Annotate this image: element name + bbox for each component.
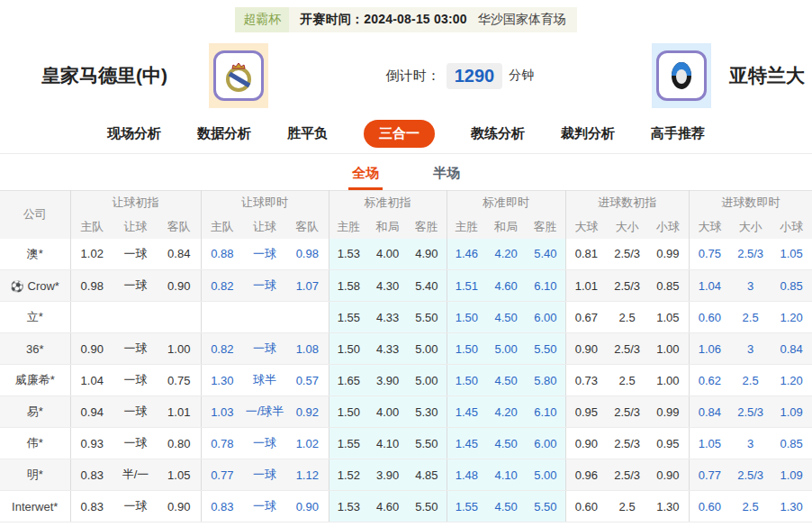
odds-cell: 1.01 [158,396,201,428]
odds-cell: 0.90 [70,333,113,365]
odds-cell: 1.45 [447,396,486,428]
odds-cell: 0.99 [647,396,689,428]
subtab-半场[interactable]: 半场 [429,158,464,190]
odds-cell: 1.00 [647,333,689,365]
odds-cell: 4.00 [368,239,407,270]
company-cell[interactable]: 立* [0,302,70,333]
odds-cell: 一球 [243,491,286,522]
odds-cell: 1.46 [447,239,486,270]
odds-cell: 4.50 [486,302,526,333]
odds-cell: 1.52 [329,459,368,491]
odds-cell: 一球 [113,270,158,302]
odds-cell: 1.04 [689,270,730,302]
odds-cell: 1.53 [329,239,368,270]
column-header: 主胜 [447,215,486,239]
table-row: 明*0.83半/一1.050.77一球1.121.523.904.851.484… [0,459,812,491]
odds-cell: 1.65 [329,365,368,396]
odds-cell: 0.90 [158,270,201,302]
odds-cell: 0.93 [70,428,113,459]
odds-cell: 一球 [113,365,158,396]
table-row: ⚽Crow*0.98一球0.900.82一球1.071.584.305.401.… [0,270,812,302]
subtab-全场[interactable]: 全场 [348,158,383,190]
odds-cell: 1.20 [771,365,812,396]
tab-胜平负[interactable]: 胜平负 [287,125,328,142]
odds-cell: 1.50 [447,365,486,396]
column-header: 大球 [689,215,730,239]
odds-cell: 0.75 [689,239,730,270]
odds-cell: 1.05 [771,239,812,270]
odds-cell: 0.77 [689,459,730,491]
company-cell[interactable]: ⚽Crow* [0,270,70,302]
group-header: 进球数即时 [689,191,812,215]
column-header: 让球 [243,215,286,239]
group-header: 标准初指 [329,191,447,215]
odds-cell: 2.5 [607,302,647,333]
table-row: 易*0.94一球1.011.03一/球半0.921.504.005.301.45… [0,396,812,428]
odds-cell: 一球 [243,459,286,491]
odds-cell: 2.5/3 [730,239,771,270]
odds-cell: 3 [730,333,771,365]
odds-cell: 0.92 [286,396,329,428]
odds-cell: 0.81 [565,239,607,270]
odds-cell: 2.5 [607,491,647,522]
odds-cell: 5.50 [407,491,447,522]
odds-cell: 4.33 [368,333,407,365]
odds-cell: 1.51 [447,270,486,302]
tab-三合一[interactable]: 三合一 [364,120,435,148]
table-row: Interwet*0.83一球0.900.83一球0.901.534.605.5… [0,491,812,522]
odds-cell: 1.12 [286,459,329,491]
away-team-name: 亚特兰大 [722,63,812,88]
odds-cell: 4.10 [486,459,526,491]
company-cell[interactable]: 澳* [0,239,70,270]
column-header: 主队 [201,215,243,239]
home-team-logo [209,43,268,108]
odds-cell: 1.30 [771,491,812,522]
odds-cell: 0.83 [70,491,113,522]
company-cell[interactable]: 伟* [0,428,70,459]
odds-cell: 4.50 [486,491,526,522]
odds-cell: 0.80 [158,428,201,459]
company-cell[interactable]: Interwet* [0,491,70,522]
odds-cell: 一球 [243,428,286,459]
odds-cell: 0.90 [647,459,689,491]
odds-cell: 1.30 [647,491,689,522]
odds-cell: 4.33 [368,302,407,333]
group-header: 让球初指 [70,191,201,215]
odds-cell: 2.5/3 [730,396,771,428]
tab-数据分析[interactable]: 数据分析 [197,125,251,142]
odds-cell: 1.55 [329,302,368,333]
odds-cell: 0.60 [689,491,730,522]
column-header: 客胜 [407,215,447,239]
odds-cell: 3.90 [368,459,407,491]
company-cell[interactable]: 威廉希* [0,365,70,396]
column-header: 让球 [113,215,158,239]
odds-cell [243,302,286,333]
odds-cell: 5.00 [407,365,447,396]
tab-高手推荐[interactable]: 高手推荐 [651,125,705,142]
countdown-label: 倒计时： [386,68,440,85]
odds-cell: 0.99 [647,239,689,270]
odds-cell: 5.50 [526,491,565,522]
tab-裁判分析[interactable]: 裁判分析 [561,125,615,142]
odds-cell: 4.50 [486,428,526,459]
company-cell[interactable]: 易* [0,396,70,428]
odds-table: 公司 让球初指让球即时标准初指标准即时进球数初指进球数即时 主队让球客队主队让球… [0,190,812,522]
tab-现场分析[interactable]: 现场分析 [107,125,161,142]
odds-cell: 0.98 [70,270,113,302]
company-cell[interactable]: 明* [0,459,70,491]
odds-cell: 4.30 [368,270,407,302]
group-header: 让球即时 [201,191,329,215]
odds-cell: 1.45 [447,428,486,459]
odds-cell: 0.75 [158,365,201,396]
odds-cell: 6.10 [526,270,565,302]
odds-cell: 1.48 [447,459,486,491]
odds-cell: 0.90 [158,491,201,522]
odds-cell: 0.82 [201,270,243,302]
odds-cell: 1.05 [647,302,689,333]
column-header: 主队 [70,215,113,239]
football-icon: ⚽ [11,280,24,293]
odds-cell: 1.20 [771,302,812,333]
tab-教练分析[interactable]: 教练分析 [471,125,525,142]
odds-cell: 2.5 [607,365,647,396]
company-cell[interactable]: 36* [0,333,70,365]
